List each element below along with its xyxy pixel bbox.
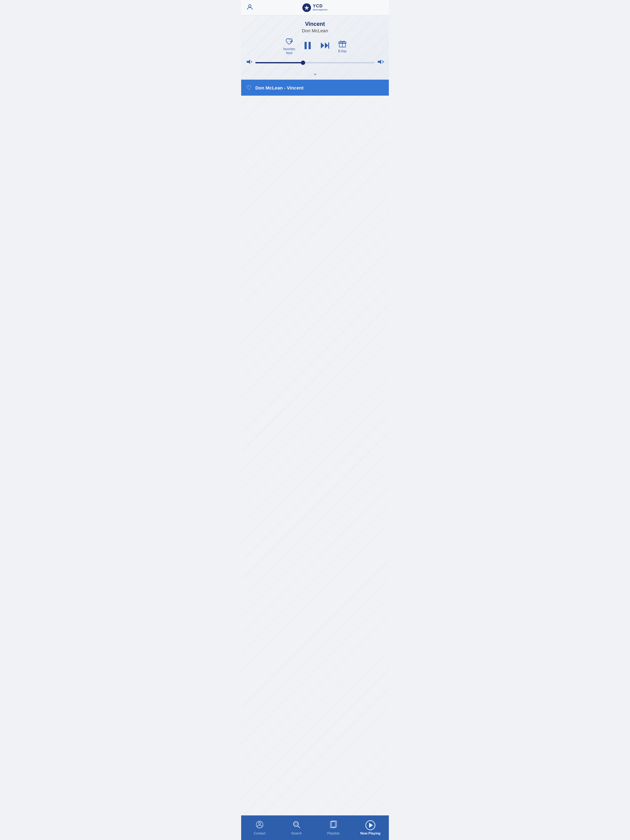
heart-next-icon xyxy=(285,38,294,47)
svg-marker-6 xyxy=(325,43,328,49)
track-list: ♡ Don McLean - Vincent xyxy=(241,80,389,815)
svg-line-16 xyxy=(383,62,384,62)
player-section: Vincent Don McLean favorites Next xyxy=(241,15,389,80)
collapse-icon[interactable]: ⌄ xyxy=(313,70,317,77)
collapse-row: ⌄ xyxy=(246,69,384,77)
bday-label: B-Day xyxy=(338,49,347,53)
tab-contact[interactable]: Contact xyxy=(241,815,278,840)
track-list-item-1[interactable]: ♡ Don McLean - Vincent xyxy=(241,80,389,96)
svg-point-0 xyxy=(249,5,251,7)
tab-playlists-label: Playlists xyxy=(327,831,340,835)
svg-rect-7 xyxy=(328,43,329,49)
tab-playlists[interactable]: Playlists xyxy=(315,815,352,840)
volume-down-icon[interactable] xyxy=(246,59,253,66)
contact-icon xyxy=(255,820,264,830)
svg-rect-4 xyxy=(309,42,311,49)
logo-circle xyxy=(302,3,311,12)
svg-marker-11 xyxy=(247,60,250,64)
tab-now-playing-label: Now Playing xyxy=(360,831,380,835)
tab-contact-label: Contact xyxy=(254,831,266,835)
user-icon[interactable] xyxy=(246,3,253,12)
favorites-label: favorites xyxy=(283,47,295,51)
favorites-next-button[interactable]: favorites Next xyxy=(283,38,295,55)
playlists-icon xyxy=(329,820,338,830)
pause-button[interactable] xyxy=(304,41,312,51)
logo-ycd: YCD xyxy=(313,4,328,8)
fast-forward-icon xyxy=(320,42,329,51)
svg-rect-21 xyxy=(330,821,335,828)
song-title: Vincent xyxy=(246,21,384,27)
logo: YCD Atmosphere xyxy=(302,3,328,12)
progress-thumb[interactable] xyxy=(301,61,305,65)
tab-bar: Contact Search Playlists Now Playing xyxy=(241,815,389,840)
pause-icon xyxy=(304,41,312,51)
search-icon xyxy=(292,820,301,830)
track-title-1: Don McLean - Vincent xyxy=(255,85,303,90)
svg-line-20 xyxy=(298,826,300,828)
svg-rect-22 xyxy=(332,821,337,827)
play-triangle xyxy=(369,823,373,828)
controls-row: favorites Next xyxy=(246,38,384,55)
fast-forward-button[interactable] xyxy=(320,42,329,51)
heart-icon: ♡ xyxy=(246,84,252,91)
tab-search[interactable]: Search xyxy=(278,815,315,840)
logo-text: YCD Atmosphere xyxy=(313,4,328,11)
svg-rect-3 xyxy=(304,42,307,49)
progress-row xyxy=(246,59,384,66)
next-label: Next xyxy=(286,51,293,55)
bday-button[interactable]: B-Day xyxy=(338,39,347,53)
progress-bar[interactable] xyxy=(255,62,375,63)
top-nav: YCD Atmosphere xyxy=(241,0,389,15)
tab-now-playing[interactable]: Now Playing xyxy=(352,815,389,840)
svg-point-18 xyxy=(259,823,261,825)
volume-up-icon[interactable] xyxy=(377,59,384,66)
tab-search-label: Search xyxy=(291,831,302,835)
progress-fill xyxy=(255,62,303,63)
svg-line-13 xyxy=(251,62,252,63)
svg-marker-5 xyxy=(321,43,324,49)
logo-atmosphere: Atmosphere xyxy=(313,9,328,11)
now-playing-icon xyxy=(366,820,375,830)
gift-icon xyxy=(339,39,347,49)
svg-marker-14 xyxy=(378,60,381,64)
svg-point-19 xyxy=(293,821,298,826)
song-artist: Don McLean xyxy=(246,28,384,33)
